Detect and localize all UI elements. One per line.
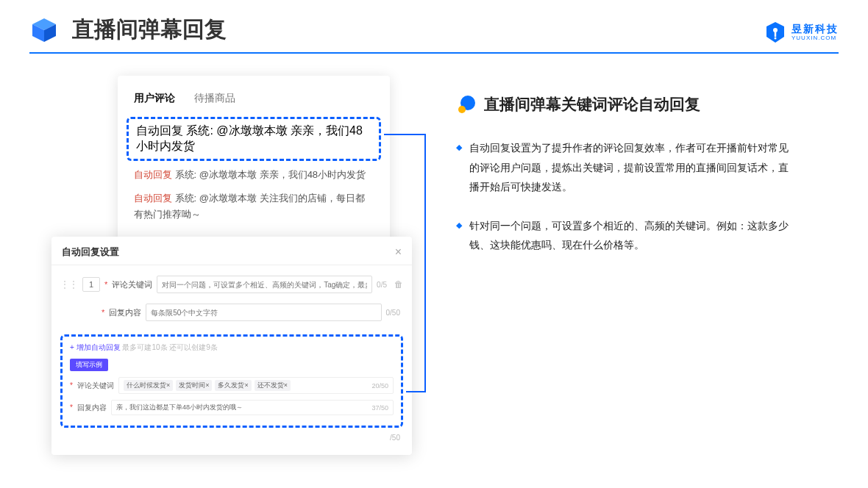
tag[interactable]: 还不发货× [255,380,291,391]
tag[interactable]: 多久发货× [215,380,251,391]
delete-icon[interactable]: 🗑 [394,279,403,290]
kw-input[interactable] [157,276,372,293]
message-row: 自动回复 系统: @冰墩墩本墩 关注我们的店铺，每日都有热门推荐呦～ [118,184,390,224]
tag[interactable]: 什么时候发货× [124,380,173,391]
add-hint: 最多可建10条 还可以创建9条 [121,343,218,351]
ans-box: 亲，我们这边都是下单48小时内发货的哦～37/50 [111,400,394,415]
comments-card: 用户评论 待播商品 自动回复 系统: @冰墩墩本墩 亲亲，我们48小时内发货 自… [118,76,390,249]
rp-count: 0/50 [386,309,403,317]
close-icon[interactable]: × [395,245,402,259]
kw-count: 0/5 [377,281,390,289]
settings-card: 自动回复设置 × ⋮⋮ 1 * 评论关键词 0/5 🗑 * 回复内容 0/50 … [51,237,412,455]
brand-cn: 昱新科技 [791,24,839,34]
svg-point-4 [775,37,777,40]
rp-label: 回复内容 [109,307,141,318]
ex-kw-label: 评论关键词 [77,381,114,391]
brand-en: YUUXIN.COM [791,35,839,41]
message-row: 自动回复 系统: @冰墩墩本墩 亲亲，我们48小时内发货 [118,161,390,184]
brand-logo: 昱新科技YUUXIN.COM [764,21,839,44]
bottom-count: /50 [51,428,412,443]
kw-label: 评论关键词 [112,279,152,290]
page-title: 直播间弹幕回复 [72,15,227,45]
svg-point-6 [458,106,466,113]
tab-products[interactable]: 待播商品 [194,92,235,105]
ex-rp-label: 回复内容 [77,403,107,413]
index-box: 1 [82,277,100,292]
section-title: 直播间弹幕关键词评论自动回复 [484,94,700,115]
chat-bubble-icon [456,94,477,115]
rp-input[interactable] [146,304,381,321]
tag[interactable]: 发货时间× [176,380,212,391]
settings-title: 自动回复设置 [62,245,119,259]
example-box: + 增加自动回复 最多可建10条 还可以创建9条 填写示例 * 评论关键词 什么… [60,334,403,428]
auto-reply-tag: 自动回复 [136,124,183,137]
tag-count: 20/50 [371,382,388,390]
tabs: 用户评论 待播商品 [118,92,390,117]
bullet-2: 针对同一个问题，可设置多个相近的、高频的关键词。例如：这款多少钱、这块能优惠吗、… [456,216,794,255]
tab-comments[interactable]: 用户评论 [134,92,175,105]
example-pill: 填写示例 [70,359,108,371]
add-link[interactable]: + 增加自动回复 [70,343,121,351]
screenshot-area: 用户评论 待播商品 自动回复 系统: @冰墩墩本墩 亲亲，我们48小时内发货 自… [51,76,412,274]
tag-box: 什么时候发货× 发货时间× 多久发货× 还不发货× 20/50 [118,377,394,394]
cube-icon [29,15,59,45]
bullet-1: 自动回复设置为了提升作者的评论回复效率，作者可在开播前针对常见的评论用户问题，提… [456,138,794,197]
highlighted-message: 自动回复 系统: @冰墩墩本墩 亲亲，我们48小时内发货 [127,117,381,161]
drag-icon[interactable]: ⋮⋮ [60,279,78,290]
